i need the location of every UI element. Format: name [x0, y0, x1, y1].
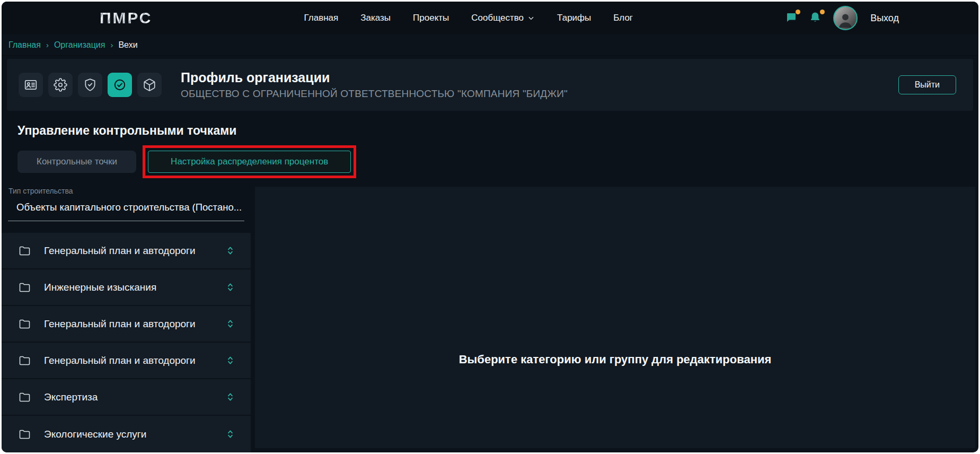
folder-icon	[17, 281, 32, 294]
category-label: Генеральный план и автодороги	[44, 318, 196, 330]
category-row[interactable]: Экспертиза	[2, 379, 251, 416]
nav-item-community[interactable]: Сообщество	[471, 13, 535, 23]
category-label: Экологические услуги	[44, 429, 146, 440]
title-block: Профиль организации ОБЩЕСТВО С ОГРАНИЧЕН…	[181, 70, 568, 100]
nav-item-community-label: Сообщество	[471, 13, 524, 23]
nav-links: Главная Заказы Проекты Сообщество Тарифы…	[304, 13, 633, 23]
category-row[interactable]: Генеральный план и автодороги	[2, 233, 251, 269]
shield-check-icon	[83, 78, 97, 92]
categories-sidebar: Тип строительства Объекты капитального с…	[2, 187, 251, 452]
check-circle-icon	[113, 78, 127, 92]
breadcrumb-separator: ›	[46, 40, 49, 49]
category-label: Инженерные изыскания	[44, 282, 156, 293]
nav-item-home[interactable]: Главная	[304, 13, 339, 23]
unfold-icon[interactable]	[225, 281, 236, 293]
empty-state-hint: Выберите категорию или группу для редакт…	[459, 353, 772, 366]
bell-icon	[809, 11, 822, 24]
tab-security[interactable]	[78, 73, 102, 97]
unfold-icon[interactable]	[225, 245, 236, 257]
folder-icon	[17, 354, 32, 367]
unfold-icon[interactable]	[225, 318, 236, 330]
breadcrumb-organization[interactable]: Организация	[54, 40, 105, 50]
chat-icon	[784, 11, 797, 24]
top-navbar: ПМРС Главная Заказы Проекты Сообщество Т…	[2, 2, 978, 34]
category-label: Генеральный план и автодороги	[44, 245, 196, 257]
percent-distribution-tab[interactable]: Настройка распределения процентов	[148, 151, 351, 173]
chat-badge	[796, 10, 800, 14]
profile-icon-tabs	[19, 73, 162, 97]
category-row[interactable]: Инженерные изыскания	[2, 269, 251, 306]
construction-type-label: Тип строительства	[2, 187, 251, 195]
category-label: Генеральный план и автодороги	[44, 355, 196, 366]
construction-type-value: Объекты капитального строительства (Пост…	[16, 202, 242, 213]
app-window: ПМРС Главная Заказы Проекты Сообщество Т…	[2, 2, 978, 452]
exit-button[interactable]: Выйти	[898, 75, 956, 94]
unfold-icon[interactable]	[225, 354, 236, 366]
chevron-down-icon	[527, 14, 535, 22]
logo: ПМРС	[100, 9, 152, 27]
package-icon	[143, 78, 156, 92]
logout-link[interactable]: Выход	[870, 13, 899, 24]
person-silhouette-icon	[836, 11, 854, 29]
category-list: Генеральный план и автодороги Инженерные…	[2, 233, 251, 452]
tab-profile-card[interactable]	[19, 73, 43, 97]
nav-item-projects[interactable]: Проекты	[413, 13, 449, 23]
construction-type-select[interactable]: Объекты капитального строительства (Пост…	[8, 200, 244, 221]
nav-item-orders[interactable]: Заказы	[360, 13, 391, 23]
annotation-highlight: Настройка распределения процентов	[143, 145, 356, 178]
breadcrumb-current: Вехи	[118, 40, 137, 50]
category-label: Экспертиза	[44, 391, 98, 403]
folder-icon	[17, 391, 32, 404]
unfold-icon[interactable]	[225, 391, 236, 403]
content-area: Тип строительства Объекты капитального с…	[2, 187, 978, 452]
folder-icon	[17, 428, 32, 441]
organization-name: ОБЩЕСТВО С ОГРАНИЧЕННОЙ ОТВЕТСТВЕННОСТЬЮ…	[181, 88, 568, 100]
id-card-icon	[24, 78, 38, 92]
nav-item-blog[interactable]: Блог	[613, 13, 633, 23]
editor-panel: Выберите категорию или группу для редакт…	[255, 187, 975, 448]
organization-profile-header: Профиль организации ОБЩЕСТВО С ОГРАНИЧЕН…	[7, 59, 973, 111]
nav-item-tariffs[interactable]: Тарифы	[557, 13, 591, 23]
breadcrumb: Главная › Организация › Вехи	[2, 34, 978, 56]
control-points-tab[interactable]: Контрольные точки	[17, 151, 136, 173]
breadcrumb-home[interactable]: Главная	[8, 40, 41, 50]
tab-settings[interactable]	[48, 73, 73, 97]
folder-icon	[17, 245, 32, 257]
section-heading: Управление контрольными точками	[17, 124, 978, 138]
chat-button[interactable]	[784, 11, 798, 25]
category-row[interactable]: Генеральный план и автодороги	[2, 306, 251, 343]
tab-milestones[interactable]	[108, 73, 132, 97]
notifications-button[interactable]	[809, 11, 823, 25]
category-row[interactable]: Генеральный план и автодороги	[2, 343, 251, 379]
avatar[interactable]	[833, 6, 858, 30]
page-title: Профиль организации	[181, 70, 568, 85]
category-row[interactable]: Экологические услуги	[2, 416, 251, 452]
unfold-icon[interactable]	[225, 428, 236, 440]
milestones-tabs: Контрольные точки Настройка распределени…	[17, 145, 978, 178]
folder-icon	[17, 318, 32, 330]
navbar-right-cluster: Выход	[784, 6, 899, 30]
milestones-section: Управление контрольными точками Контроль…	[2, 111, 978, 178]
notifications-badge	[820, 10, 825, 14]
breadcrumb-separator: ›	[110, 40, 113, 49]
gear-icon	[54, 78, 67, 92]
tab-services[interactable]	[137, 73, 162, 97]
